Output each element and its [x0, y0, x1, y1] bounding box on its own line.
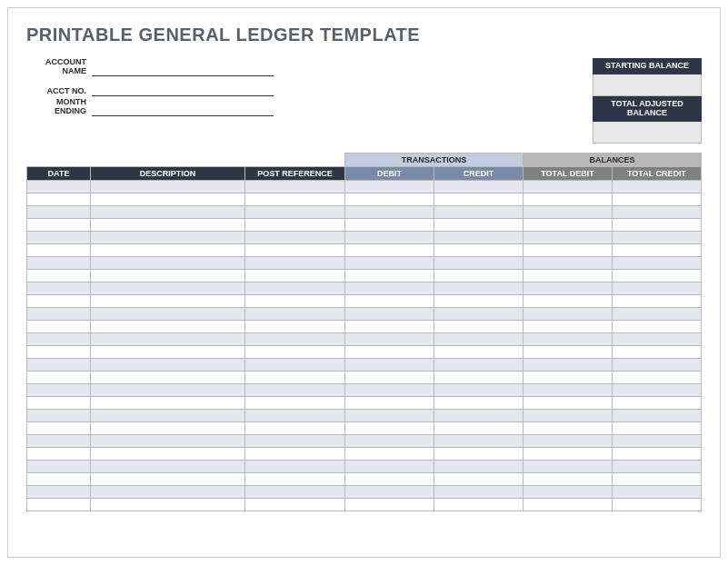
cell-date[interactable]: [27, 320, 91, 332]
cell-description[interactable]: [91, 396, 245, 409]
cell-credit[interactable]: [434, 205, 524, 218]
cell-total_debit[interactable]: [524, 498, 613, 510]
cell-total_credit[interactable]: [613, 383, 702, 396]
cell-date[interactable]: [27, 371, 91, 383]
cell-description[interactable]: [91, 421, 245, 434]
cell-total_debit[interactable]: [524, 472, 613, 485]
cell-total_credit[interactable]: [613, 218, 702, 231]
cell-credit[interactable]: [434, 447, 524, 460]
cell-description[interactable]: [91, 307, 245, 320]
cell-description[interactable]: [91, 269, 245, 282]
cell-credit[interactable]: [434, 409, 524, 421]
cell-total_debit[interactable]: [524, 269, 613, 282]
cell-total_credit[interactable]: [613, 231, 702, 243]
cell-total_debit[interactable]: [524, 460, 613, 472]
cell-date[interactable]: [27, 345, 91, 358]
cell-description[interactable]: [91, 345, 245, 358]
cell-credit[interactable]: [434, 345, 524, 358]
cell-total_credit[interactable]: [613, 243, 702, 256]
starting-balance-value[interactable]: [593, 74, 702, 96]
cell-description[interactable]: [91, 332, 245, 345]
cell-post_reference[interactable]: [245, 409, 345, 421]
cell-debit[interactable]: [345, 434, 434, 447]
cell-description[interactable]: [91, 409, 245, 421]
cell-post_reference[interactable]: [245, 345, 345, 358]
cell-debit[interactable]: [345, 282, 434, 294]
cell-date[interactable]: [27, 205, 91, 218]
cell-debit[interactable]: [345, 294, 434, 307]
cell-debit[interactable]: [345, 498, 434, 510]
cell-debit[interactable]: [345, 472, 434, 485]
cell-total_credit[interactable]: [613, 421, 702, 434]
cell-total_debit[interactable]: [524, 358, 613, 371]
cell-total_debit[interactable]: [524, 231, 613, 243]
cell-date[interactable]: [27, 358, 91, 371]
cell-total_credit[interactable]: [613, 282, 702, 294]
cell-description[interactable]: [91, 472, 245, 485]
cell-debit[interactable]: [345, 307, 434, 320]
cell-date[interactable]: [27, 396, 91, 409]
cell-debit[interactable]: [345, 231, 434, 243]
cell-total_credit[interactable]: [613, 409, 702, 421]
cell-total_debit[interactable]: [524, 396, 613, 409]
month-ending-input[interactable]: [92, 98, 274, 116]
cell-description[interactable]: [91, 434, 245, 447]
cell-debit[interactable]: [345, 485, 434, 498]
cell-total_debit[interactable]: [524, 434, 613, 447]
cell-date[interactable]: [27, 421, 91, 434]
cell-date[interactable]: [27, 472, 91, 485]
cell-total_debit[interactable]: [524, 180, 613, 193]
cell-total_credit[interactable]: [613, 320, 702, 332]
adjusted-balance-value[interactable]: [593, 122, 702, 144]
cell-debit[interactable]: [345, 421, 434, 434]
cell-post_reference[interactable]: [245, 358, 345, 371]
cell-credit[interactable]: [434, 358, 524, 371]
cell-debit[interactable]: [345, 193, 434, 205]
cell-total_debit[interactable]: [524, 421, 613, 434]
cell-date[interactable]: [27, 434, 91, 447]
cell-description[interactable]: [91, 180, 245, 193]
cell-post_reference[interactable]: [245, 193, 345, 205]
cell-credit[interactable]: [434, 371, 524, 383]
cell-debit[interactable]: [345, 205, 434, 218]
cell-credit[interactable]: [434, 282, 524, 294]
cell-description[interactable]: [91, 485, 245, 498]
cell-date[interactable]: [27, 460, 91, 472]
cell-total_debit[interactable]: [524, 294, 613, 307]
cell-credit[interactable]: [434, 218, 524, 231]
cell-description[interactable]: [91, 371, 245, 383]
cell-post_reference[interactable]: [245, 205, 345, 218]
cell-post_reference[interactable]: [245, 307, 345, 320]
cell-total_credit[interactable]: [613, 294, 702, 307]
cell-total_debit[interactable]: [524, 205, 613, 218]
cell-debit[interactable]: [345, 320, 434, 332]
cell-total_credit[interactable]: [613, 345, 702, 358]
cell-post_reference[interactable]: [245, 320, 345, 332]
cell-date[interactable]: [27, 218, 91, 231]
cell-total_credit[interactable]: [613, 358, 702, 371]
cell-date[interactable]: [27, 383, 91, 396]
cell-date[interactable]: [27, 447, 91, 460]
cell-post_reference[interactable]: [245, 447, 345, 460]
cell-total_credit[interactable]: [613, 332, 702, 345]
cell-total_credit[interactable]: [613, 193, 702, 205]
cell-total_credit[interactable]: [613, 472, 702, 485]
cell-description[interactable]: [91, 383, 245, 396]
cell-date[interactable]: [27, 307, 91, 320]
cell-credit[interactable]: [434, 307, 524, 320]
cell-credit[interactable]: [434, 256, 524, 269]
cell-post_reference[interactable]: [245, 282, 345, 294]
cell-debit[interactable]: [345, 358, 434, 371]
cell-date[interactable]: [27, 294, 91, 307]
cell-credit[interactable]: [434, 485, 524, 498]
cell-date[interactable]: [27, 332, 91, 345]
cell-debit[interactable]: [345, 345, 434, 358]
cell-description[interactable]: [91, 193, 245, 205]
cell-post_reference[interactable]: [245, 383, 345, 396]
cell-credit[interactable]: [434, 396, 524, 409]
cell-total_debit[interactable]: [524, 371, 613, 383]
cell-credit[interactable]: [434, 434, 524, 447]
cell-total_debit[interactable]: [524, 256, 613, 269]
cell-description[interactable]: [91, 256, 245, 269]
cell-total_credit[interactable]: [613, 396, 702, 409]
